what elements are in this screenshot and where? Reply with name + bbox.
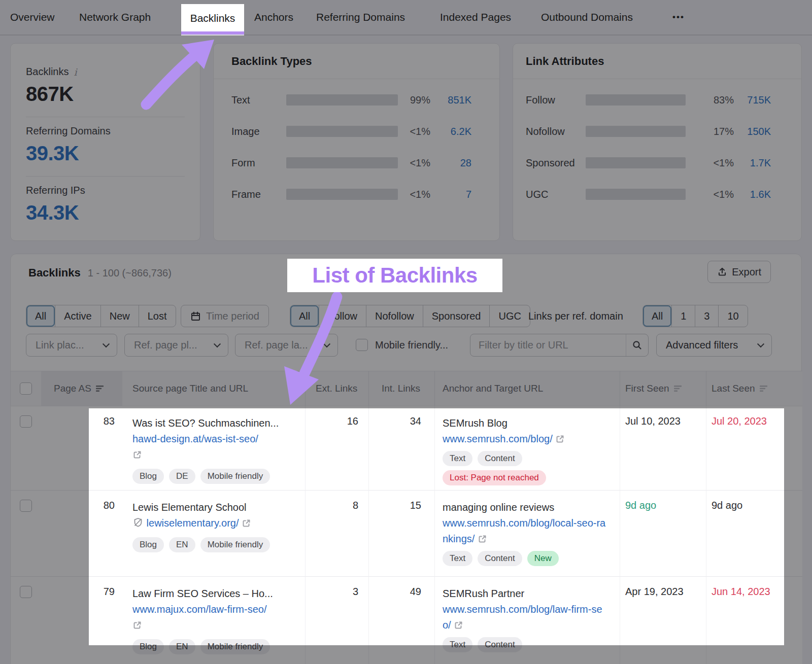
bar-row-follow: Follow 83% 715K (513, 84, 801, 116)
row-checkbox[interactable] (20, 415, 32, 428)
row-source-cell: Lewis Elementary School lewiselementary.… (122, 490, 305, 576)
tag-pill: Mobile friendly (200, 537, 270, 552)
header-ext-links[interactable]: Ext. Links (305, 371, 368, 406)
bar-track (586, 189, 686, 200)
external-link-icon[interactable] (242, 518, 251, 528)
source-url-link[interactable]: www.majux.com/law-firm-seo/ (132, 602, 298, 617)
bar-value-link[interactable]: 150K (734, 126, 801, 137)
backlinks-list-card: Backlinks 1 - 100 (~866,736) Export All … (10, 254, 802, 664)
bar-value-link[interactable]: 1.7K (734, 157, 801, 169)
bar-value-link[interactable]: 1.6K (734, 189, 801, 200)
info-icon[interactable]: i (74, 66, 77, 78)
bar-value-link[interactable]: 851K (430, 94, 499, 106)
link-placement-dropdown[interactable]: Link plac... (26, 334, 117, 357)
row-page-as: 83 (41, 406, 122, 490)
links-per-10[interactable]: 10 (718, 305, 747, 327)
search-button[interactable] (626, 334, 648, 356)
time-period-button[interactable]: Time period (181, 305, 269, 327)
mobile-friendly-checkbox[interactable] (356, 339, 368, 351)
nav-tab-indexed-pages[interactable]: Indexed Pages (440, 0, 511, 34)
row-checkbox[interactable] (20, 586, 32, 598)
stat-referring-ips-label: Referring IPs (26, 185, 85, 196)
bar-label: UGC (526, 189, 586, 200)
chevron-down-icon (757, 340, 764, 347)
nav-tab-backlinks-active[interactable]: Backlinks (181, 4, 244, 34)
source-url-link[interactable]: lewiselementary.org/ (147, 517, 239, 529)
external-link-icon[interactable] (132, 617, 298, 633)
nav-more-menu-icon[interactable]: ••• (672, 0, 685, 34)
stat-referring-ips-value[interactable]: 34.3K (26, 201, 185, 224)
bar-label: Nofollow (526, 126, 586, 137)
bar-pct: 99% (398, 94, 430, 106)
header-source[interactable]: Source page Title and URL (122, 371, 305, 406)
header-first-seen-label: First Seen (625, 383, 669, 394)
bar-row-sponsored: Sponsored <1% 1.7K (513, 147, 801, 179)
links-per-all[interactable]: All (643, 305, 671, 327)
bar-track (586, 94, 686, 106)
tag-pill: Content (478, 551, 522, 566)
nav-tab-referring-domains[interactable]: Referring Domains (316, 0, 405, 34)
target-url-link[interactable]: www.semrush.com/blog/ (443, 433, 553, 444)
stat-referring-domains-value[interactable]: 39.3K (26, 142, 185, 165)
status-filter-active[interactable]: Active (55, 305, 100, 327)
advanced-filters-dropdown[interactable]: Advanced filters (656, 334, 772, 357)
tag-pill: Blog (132, 537, 164, 552)
external-link-icon[interactable] (132, 447, 298, 463)
stat-backlinks-label: Backlinks (26, 66, 69, 78)
tag-pill: Content (478, 451, 522, 466)
status-filter-new[interactable]: New (100, 305, 139, 327)
header-anchor[interactable]: Anchor and Target URL (434, 371, 620, 406)
nav-tab-overview[interactable]: Overview (10, 0, 55, 34)
list-range: 1 - 100 (~866,736) (88, 267, 172, 279)
ref-page-platform-dropdown[interactable]: Ref. page pl... (124, 334, 228, 357)
header-first-seen[interactable]: First Seen (620, 371, 706, 406)
type-filter-sponsored[interactable]: Sponsored (423, 305, 490, 327)
bar-value-link[interactable]: 7 (430, 189, 499, 200)
source-title: Lewis Elementary School (132, 500, 298, 515)
links-per-domain-label: Links per ref. domain (528, 305, 623, 327)
type-filter-all[interactable]: All (290, 305, 319, 327)
title-url-filter-input[interactable] (470, 339, 626, 351)
source-url-link[interactable]: hawd-design.at/was-ist-seo/ (132, 431, 298, 447)
backlink-types-title: Backlink Types (214, 44, 499, 79)
nav-tab-network-graph[interactable]: Network Graph (79, 0, 151, 34)
target-url-link[interactable]: www.semrush.com/blog/local-seo-rankings/ (443, 517, 605, 544)
row-checkbox[interactable] (20, 500, 32, 512)
external-link-icon[interactable] (454, 620, 463, 630)
select-all-checkbox[interactable] (20, 382, 32, 395)
backlinks-table: Page AS Source page Title and URL Ext. L… (11, 371, 802, 664)
header-int-links[interactable]: Int. Links (368, 371, 434, 406)
export-button[interactable]: Export (707, 261, 771, 283)
header-page-as[interactable]: Page AS (41, 371, 122, 406)
bar-value-link[interactable]: 6.2K (430, 126, 499, 137)
status-filter-lost[interactable]: Lost (139, 305, 176, 327)
ref-page-language-dropdown[interactable]: Ref. page la... (235, 334, 338, 357)
type-filter-ugc[interactable]: UGC (489, 305, 529, 327)
type-filter-follow[interactable]: Follow (319, 305, 366, 327)
tag-pill: EN (169, 639, 195, 654)
lost-status-badge: Lost: Page not reached (443, 470, 546, 485)
chevron-down-icon (214, 340, 221, 347)
nav-tab-outbound-domains[interactable]: Outbound Domains (541, 0, 633, 34)
bar-value-link[interactable]: 28 (430, 157, 499, 169)
type-filter-nofollow[interactable]: Nofollow (366, 305, 423, 327)
status-filter-all[interactable]: All (26, 305, 55, 327)
export-upload-icon (717, 267, 727, 277)
row-last-seen: Jun 14, 2023 (706, 576, 802, 664)
external-link-icon[interactable] (478, 534, 487, 544)
external-link-icon[interactable] (555, 434, 565, 444)
stat-referring-ips: Referring IPs 34.3K (26, 177, 185, 235)
nav-tab-anchors[interactable]: Anchors (254, 0, 293, 34)
links-per-3[interactable]: 3 (695, 305, 718, 327)
header-last-seen[interactable]: Last Seen (706, 371, 802, 406)
sort-icon (96, 385, 104, 392)
links-per-1[interactable]: 1 (671, 305, 695, 327)
chevron-down-icon (103, 340, 110, 347)
bar-label: Text (231, 94, 286, 106)
tag-pill: Text (443, 551, 472, 566)
bar-value-link[interactable]: 715K (734, 94, 801, 106)
source-title: Was ist SEO? Suchmaschinen... (132, 415, 298, 431)
target-url-link[interactable]: www.semrush.com/blog/law-firm-seo/ (443, 604, 602, 631)
bar-row-form: Form <1% 28 (214, 147, 499, 179)
sort-icon (760, 385, 768, 392)
